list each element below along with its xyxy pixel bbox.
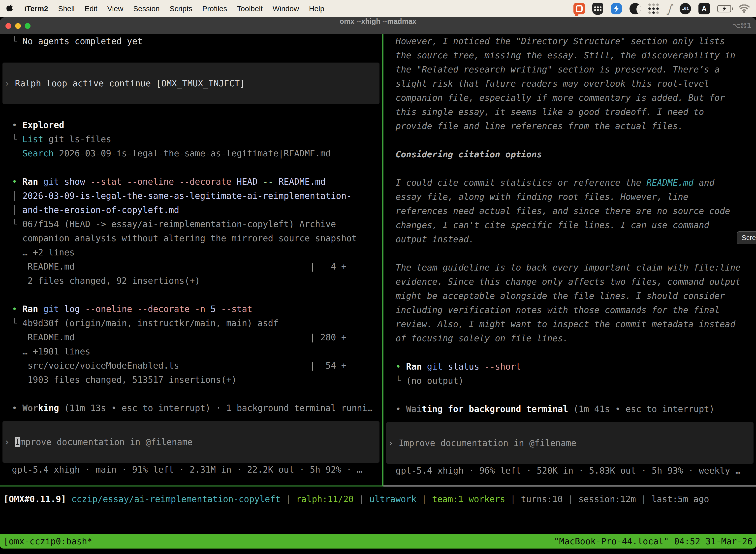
right-pane[interactable]: However, I noticed the "Directory Struct… <box>384 34 756 486</box>
terminal-line: review. Also, I might want to inspect th… <box>384 317 756 331</box>
blank-line <box>0 387 382 401</box>
terminal-line: └ 4b9d30f (origin/main, instructkr/main,… <box>0 316 382 330</box>
terminal-line: README.md | 280 + <box>0 330 382 344</box>
terminal-line: • Ran git log --oneline --decorate -n 5 … <box>0 302 382 316</box>
terminal-line: │ and-the-erosion-of-copyleft.md <box>0 203 382 217</box>
screen-tooltip: Scre <box>737 231 756 244</box>
terminal-line: of focusing solely on file lines. <box>384 331 756 345</box>
terminal-line: │ 2026-03-09-is-legal-the-same-as-legiti… <box>0 189 382 203</box>
terminal-line: 1903 files changed, 513517 insertions(+) <box>0 373 382 387</box>
terminal-line: companion analysis without altering the … <box>0 231 382 245</box>
blank-line <box>0 161 382 175</box>
terminal-line: output instead. <box>384 232 756 246</box>
window-title: omx --xhigh --madmax <box>0 17 756 34</box>
terminal-line: slight risk that future readers may over… <box>384 77 756 91</box>
terminal-line: references need actual files, and since … <box>384 204 756 218</box>
terminal-line: Search 2026-03-09-is-legal-the-same-as-l… <box>0 147 382 161</box>
terminal-line: essay file, along with finding root file… <box>384 190 756 204</box>
working-status-line: • Working (11m 13s • esc to interrupt) ·… <box>0 401 382 415</box>
terminal-line: evidence. Since this change only affects… <box>384 275 756 289</box>
menu-item-edit[interactable]: Edit <box>84 4 98 13</box>
window-shortcut: ⌥⌘1 <box>732 17 752 34</box>
terminal-line: README.md | 4 + <box>0 260 382 274</box>
terminal-line: … +1901 lines <box>0 344 382 359</box>
terminal-line: However, I noticed the "Directory Struct… <box>384 34 756 48</box>
shield-grid-icon[interactable] <box>592 3 603 15</box>
terminal-line: might be acceptable alongside the file l… <box>384 289 756 303</box>
menu-item-scripts[interactable]: Scripts <box>170 4 192 13</box>
blank-line <box>0 288 382 302</box>
terminal-line: companion file, especially if more comme… <box>384 91 756 105</box>
battery-percent-badge[interactable]: ..61 <box>680 3 691 14</box>
menu-bar: iTerm2ShellEditViewSessionScriptsProfile… <box>0 0 756 17</box>
battery-icon[interactable] <box>717 5 731 12</box>
tmux-host-time: "MacBook-Pro-44.local" 04:52 31-Mar-26 <box>554 534 753 549</box>
squiggle-icon[interactable]: ∫ <box>666 3 672 14</box>
terminal-line: the "Related research writing" section i… <box>384 63 756 77</box>
menu-item-toolbelt[interactable]: Toolbelt <box>237 4 263 13</box>
model-status-line: gpt-5.4 xhigh · main · 91% left · 2.31M … <box>0 463 382 477</box>
terminal-line: … +2 lines <box>0 245 382 260</box>
terminal-line: • Ran git status --short <box>384 359 756 374</box>
terminal-line: └ 067f154 (HEAD -> essay/ai-reimplementa… <box>0 217 382 231</box>
pie-app-icon[interactable] <box>630 3 641 14</box>
prompt-input[interactable]: › Improve documentation in @filename <box>2 421 379 463</box>
terminal-line: 2 files changed, 92 insertions(+) <box>0 274 382 288</box>
input-source-icon[interactable]: A <box>698 3 710 14</box>
menu-item-iterm2[interactable]: iTerm2 <box>24 4 48 13</box>
blank-line <box>0 104 382 118</box>
blank-line <box>0 48 382 63</box>
wifi-icon[interactable] <box>739 4 750 13</box>
terminal-line: the source tree, missing the essay. Stil… <box>384 48 756 63</box>
menu-item-profiles[interactable]: Profiles <box>202 4 227 13</box>
blank-line <box>384 246 756 261</box>
reasoning-heading: Considering citation options <box>384 148 756 162</box>
model-status-line: gpt-5.4 xhigh · 96% left · 520K in · 5.8… <box>384 464 756 478</box>
screen: iTerm2ShellEditViewSessionScriptsProfile… <box>0 0 756 554</box>
tmux-status-bar: [omx-cczip0:bash* "MacBook-Pro-44.local"… <box>0 534 756 549</box>
blank-line <box>384 133 756 148</box>
window-titlebar[interactable]: omx --xhigh --madmax ⌥⌘1 <box>0 17 756 34</box>
left-pane[interactable]: └ No agents completed yet› Ralph loop ac… <box>0 34 382 486</box>
terminal-line: The team guideline is to back every impo… <box>384 261 756 275</box>
prompt-input[interactable]: › Improve documentation in @filename <box>386 422 754 464</box>
terminal-line: └ No agents completed yet <box>0 34 382 48</box>
terminal-line: └ List git ls-files <box>0 132 382 147</box>
waiting-status-line: • Waiting for background terminal (1m 41… <box>384 402 756 416</box>
terminal-line: changes, I can't cite specific file line… <box>384 218 756 232</box>
pane-border-inactive <box>383 486 756 487</box>
apple-menu-icon[interactable] <box>6 4 13 13</box>
terminal: └ No agents completed yet› Ralph loop ac… <box>0 34 756 554</box>
ralph-loop-banner: › Ralph loop active continue [OMX_TMUX_I… <box>2 63 379 104</box>
menu-item-shell[interactable]: Shell <box>58 4 75 13</box>
menu-item-view[interactable]: View <box>107 4 123 13</box>
terminal-line: • Ran git show --stat --oneline --decora… <box>0 175 382 189</box>
terminal-line: provide file and line references from th… <box>384 119 756 133</box>
menu-item-help[interactable]: Help <box>309 4 324 13</box>
omx-status-line: [OMX#0.11.9] cczip/essay/ai-reimplementa… <box>0 492 756 506</box>
terminal-line: src/voice/voiceModeEnabled.ts | 54 + <box>0 359 382 373</box>
chat-app-icon[interactable] <box>573 3 585 14</box>
dots-grid-icon[interactable] <box>648 3 659 14</box>
blank-line <box>384 345 756 359</box>
terminal-line: └ (no output) <box>384 374 756 388</box>
terminal-line: this single essay, it seems like a good … <box>384 105 756 119</box>
terminal-line: including verification notes with those … <box>384 303 756 317</box>
menu-item-session[interactable]: Session <box>133 4 160 13</box>
terminal-line: • Explored <box>0 118 382 132</box>
terminal-line: I could cite commit statistics or refere… <box>384 176 756 190</box>
pane-divider[interactable] <box>382 34 383 487</box>
pane-border-active <box>0 486 383 487</box>
blank-line <box>384 388 756 402</box>
zap-app-icon[interactable] <box>611 3 622 14</box>
blank-line <box>384 162 756 176</box>
tmux-session-label[interactable]: [omx-cczip0:bash* <box>3 534 92 549</box>
menu-item-window[interactable]: Window <box>272 4 299 13</box>
